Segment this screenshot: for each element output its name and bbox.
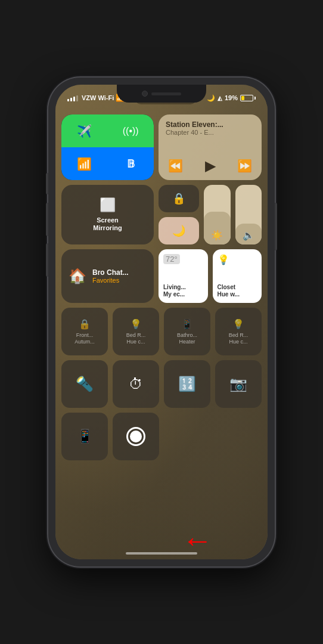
battery-percent: 19% <box>225 94 238 101</box>
hk-tile-closet-label: ClosetHue w... <box>218 284 240 298</box>
bulb-icon-1: 💡 <box>130 318 142 330</box>
battery-tip <box>254 97 256 100</box>
np-forward-button[interactable]: ⏩ <box>237 159 252 173</box>
np-title: Station Eleven:... <box>166 120 254 129</box>
flashlight-button[interactable]: 🔦 <box>61 360 108 408</box>
status-left: VZW Wi-Fi 📶 <box>67 94 125 102</box>
home-label: Bro Chat... <box>92 268 129 277</box>
accessory-bed-hue-1[interactable]: 💡 Bed R...Hue c... <box>113 308 159 355</box>
phone-screen: VZW Wi-Fi 📶 📹 FaceTime 🌙 ◭ 19% <box>55 85 268 559</box>
carrier-label: VZW Wi-Fi <box>82 94 114 101</box>
signal-bar-2 <box>70 98 72 101</box>
acc-label-front: Front...Autum... <box>74 332 95 345</box>
now-playing-widget[interactable]: Station Eleven:... Chapter 40 - E... ⏪ ▶… <box>159 114 262 180</box>
homekit-tile-closet[interactable]: 💡 ClosetHue w... <box>213 249 262 303</box>
calculator-icon: 🔢 <box>178 376 196 392</box>
heater-icon: 📱 <box>181 318 193 330</box>
hk-tile-living-label: Living...My ec... <box>163 284 186 298</box>
calculator-button[interactable]: 🔢 <box>164 360 210 408</box>
airplane-mode-button[interactable]: ✈️ <box>61 114 108 147</box>
np-info: Station Eleven:... Chapter 40 - E... <box>166 120 254 136</box>
signal-bar-4 <box>76 95 78 101</box>
accessory-bed-hue-2[interactable]: 💡 Bed R...Hue c... <box>215 308 262 355</box>
homekit-tiles: 72° Living...My ec... 💡 ClosetHue w... <box>159 249 262 303</box>
acc-label-bed2: Bed R...Hue c... <box>229 332 249 345</box>
power-button[interactable] <box>275 203 277 250</box>
remote-button[interactable]: 📱 <box>61 413 108 460</box>
acc-label-bed1: Bed R...Hue c... <box>126 332 146 345</box>
connectivity-widget[interactable]: ✈️ ((•)) 📶 𝔹 <box>61 114 154 180</box>
screen-mirroring-button[interactable]: ⬜ ScreenMirroring <box>61 185 154 244</box>
bluetooth-icon: 𝔹 <box>127 157 135 171</box>
timer-button[interactable]: ⏱ <box>113 360 159 408</box>
wifi-icon: 📶 <box>77 157 92 171</box>
record-circle-outer <box>126 427 145 446</box>
bulb-icon-2: 💡 <box>232 318 244 330</box>
location-icon: ◭ <box>218 95 222 101</box>
screen-record-button[interactable] <box>113 413 159 460</box>
flashlight-icon: 🔦 <box>76 376 94 392</box>
np-controls: ⏪ ▶ ⏩ <box>166 157 254 174</box>
screen-mirror-icon: ⬜ <box>100 197 116 213</box>
volume-slider[interactable]: 🔈 <box>235 185 262 244</box>
row-accessories: 🔒 Front...Autum... 💡 Bed R...Hue c... 📱 … <box>61 308 262 355</box>
bluetooth-button[interactable]: 𝔹 <box>108 147 154 180</box>
volume-icon: 🔈 <box>243 230 254 241</box>
timer-icon: ⏱ <box>129 376 143 392</box>
row-controls: ⬜ ScreenMirroring 🔒 🌙 ☀️ <box>61 185 262 244</box>
airdrop-icon: ((•)) <box>123 126 139 137</box>
remote-icon: 📱 <box>77 429 93 444</box>
moon-icon: 🌙 <box>172 224 185 237</box>
acc-label-bath: Bathro...Heater <box>177 332 197 345</box>
closet-hue-icon: 💡 <box>218 254 229 265</box>
camera-icon: 📷 <box>229 376 247 392</box>
control-center: ✈️ ((•)) 📶 𝔹 Station Eleven:... <box>61 114 262 547</box>
airdrop-button[interactable]: ((•)) <box>108 114 154 147</box>
home-indicator <box>126 552 197 555</box>
living-room-icon: 72° <box>163 254 180 264</box>
row-connectivity-nowplaying: ✈️ ((•)) 📶 𝔹 Station Eleven:... <box>61 114 262 180</box>
camera-button[interactable]: 📷 <box>215 360 262 408</box>
record-circle-inner <box>130 431 142 442</box>
moon-icon: 🌙 <box>207 94 215 102</box>
battery-fill <box>241 96 244 100</box>
signal-bar-3 <box>73 97 75 101</box>
slider-controls: ☀️ 🔈 <box>204 185 262 244</box>
speaker <box>151 92 181 95</box>
accessory-front-lock[interactable]: 🔒 Front...Autum... <box>61 308 108 355</box>
airplane-icon: ✈️ <box>77 124 92 138</box>
quick-toggle-buttons: 🔒 🌙 <box>159 185 199 244</box>
brightness-icon: ☀️ <box>211 230 223 241</box>
home-icon: 🏠 <box>69 268 86 284</box>
screen-mirror-label: ScreenMirroring <box>93 216 122 232</box>
signal-bars <box>67 94 78 101</box>
signal-bar-1 <box>67 99 69 101</box>
home-text: Bro Chat... Favorites <box>92 268 129 284</box>
battery-indicator <box>240 95 256 101</box>
wifi-button[interactable]: 📶 <box>61 147 108 180</box>
status-right: 🌙 ◭ 19% <box>207 94 256 102</box>
row-home: 🏠 Bro Chat... Favorites 72° Living...My … <box>61 249 262 303</box>
phone-frame: VZW Wi-Fi 📶 📹 FaceTime 🌙 ◭ 19% <box>48 78 275 566</box>
notch <box>117 85 206 103</box>
np-subtitle: Chapter 40 - E... <box>166 129 254 136</box>
row-quick-actions: 🔦 ⏱ 🔢 📷 <box>61 360 262 408</box>
do-not-disturb-button[interactable]: 🌙 <box>159 217 199 244</box>
front-camera <box>142 91 148 97</box>
home-button[interactable]: 🏠 Bro Chat... Favorites <box>61 249 154 303</box>
brightness-slider[interactable]: ☀️ <box>204 185 231 244</box>
np-play-button[interactable]: ▶ <box>205 157 216 174</box>
homekit-tile-living[interactable]: 72° Living...My ec... <box>159 249 208 303</box>
accessory-bathroom-heater[interactable]: 📱 Bathro...Heater <box>164 308 210 355</box>
hk-tile-living-text: Living...My ec... <box>163 284 186 298</box>
np-rewind-button[interactable]: ⏪ <box>168 159 183 173</box>
volume-down-button[interactable] <box>46 243 48 277</box>
lock-icon: 🔒 <box>79 318 91 330</box>
rotation-lock-button[interactable]: 🔒 <box>159 185 199 212</box>
row-remote-record: 📱 ← <box>61 413 262 460</box>
home-sublabel: Favorites <box>92 277 129 284</box>
volume-up-button[interactable] <box>46 203 48 236</box>
rotation-lock-icon: 🔒 <box>172 192 185 205</box>
